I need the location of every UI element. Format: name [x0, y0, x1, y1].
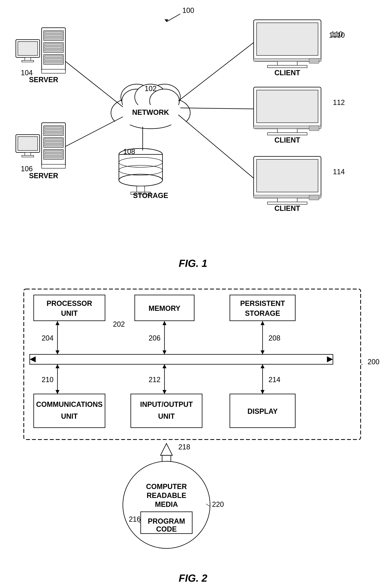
svg-point-51 [119, 174, 162, 186]
svg-rect-28 [45, 58, 62, 60]
svg-rect-58 [277, 61, 297, 65]
persistent-storage-label2: STORAGE [245, 309, 280, 317]
network-cloud: NETWORK 102 [111, 84, 190, 129]
svg-line-75 [65, 117, 123, 147]
svg-marker-87 [55, 350, 59, 354]
fig2-container: 200 PROCESSOR UNIT MEMORY PERSISTENT STO… [0, 277, 386, 588]
client-110 [254, 20, 321, 68]
fig2-diagram: 200 PROCESSOR UNIT MEMORY PERSISTENT STO… [0, 277, 386, 582]
svg-rect-23 [45, 43, 62, 45]
ref-200: 200 [367, 358, 380, 366]
ref-212: 212 [149, 376, 160, 384]
io-unit-label: INPUT/OUTPUT [140, 400, 193, 408]
svg-rect-15 [25, 57, 31, 60]
svg-rect-64 [277, 129, 297, 133]
ref-110-num: 110 [331, 30, 343, 38]
svg-line-0 [166, 14, 180, 22]
svg-marker-101 [162, 364, 166, 368]
svg-rect-47 [45, 156, 62, 158]
ref-218: 218 [178, 443, 190, 451]
svg-rect-21 [45, 38, 62, 39]
client-114-label: CLIENT [274, 204, 300, 212]
fig1-container: 100 NETWORK [0, 0, 386, 277]
svg-marker-90 [162, 350, 166, 354]
crm-label: COMPUTER [146, 483, 187, 491]
svg-rect-27 [45, 55, 62, 57]
svg-marker-99 [55, 390, 59, 394]
svg-marker-98 [55, 364, 59, 368]
svg-rect-45 [45, 150, 62, 152]
client-112 [254, 87, 321, 135]
svg-rect-67 [309, 126, 319, 131]
svg-marker-86 [55, 321, 59, 325]
svg-marker-102 [162, 390, 166, 394]
svg-rect-38 [45, 130, 62, 132]
svg-rect-70 [277, 198, 297, 202]
ref-214: 214 [269, 376, 280, 384]
svg-rect-48 [42, 164, 65, 168]
svg-rect-43 [45, 145, 62, 146]
svg-rect-94 [30, 354, 333, 364]
svg-marker-105 [261, 390, 265, 394]
server-106-label: SERVER [29, 172, 58, 180]
processor-unit-label2: UNIT [61, 309, 78, 317]
server-106 [16, 123, 65, 168]
svg-rect-69 [257, 159, 318, 192]
client-112-label: CLIENT [274, 136, 300, 144]
svg-rect-37 [45, 127, 62, 129]
ref-114-num: 114 [333, 168, 345, 176]
comm-unit-label2: UNIT [61, 412, 78, 420]
svg-line-78 [180, 108, 254, 109]
svg-rect-14 [18, 42, 38, 55]
server-104-label: SERVER [29, 76, 58, 84]
fig2-title: FIG. 2 [179, 572, 207, 584]
svg-rect-106 [34, 394, 105, 428]
svg-line-74 [65, 61, 123, 107]
page: 100 NETWORK [0, 0, 386, 588]
svg-rect-41 [45, 139, 62, 141]
memory-label: MEMORY [149, 304, 181, 313]
svg-rect-42 [45, 142, 62, 144]
svg-rect-73 [309, 195, 319, 200]
svg-marker-104 [261, 364, 265, 368]
svg-rect-25 [45, 49, 62, 51]
client-114 [254, 156, 321, 204]
ref-108: 108 [123, 147, 135, 156]
display-label: DISPLAY [248, 407, 278, 415]
ref-202: 202 [113, 320, 125, 328]
svg-rect-63 [257, 90, 318, 123]
ref-104: 104 [21, 69, 33, 77]
svg-marker-89 [162, 321, 166, 325]
svg-rect-54 [137, 186, 145, 192]
svg-rect-34 [22, 155, 34, 157]
svg-rect-24 [45, 46, 62, 48]
svg-rect-39 [45, 133, 62, 134]
svg-line-77 [178, 42, 254, 101]
svg-rect-59 [268, 65, 307, 68]
crm-label2: READABLE [147, 491, 186, 500]
client-110-label: CLIENT [274, 69, 300, 77]
ref-102: 102 [145, 84, 157, 93]
ref-204: 204 [42, 334, 53, 342]
ref-208: 208 [269, 334, 280, 342]
ref-100: 100 [182, 6, 194, 14]
server-104 [16, 28, 65, 73]
comm-unit-label: COMMUNICATIONS [36, 400, 102, 408]
svg-rect-30 [42, 69, 65, 73]
persistent-storage-label: PERSISTENT [240, 299, 285, 307]
fig1-title: FIG. 1 [179, 257, 207, 269]
svg-line-79 [178, 115, 254, 178]
io-unit-label2: UNIT [158, 412, 175, 420]
svg-rect-33 [25, 152, 31, 155]
ref-216: 216 [129, 515, 141, 523]
ref-220: 220 [212, 500, 224, 508]
processor-unit-label: PROCESSOR [46, 299, 92, 307]
program-code-label: PROGRAM [148, 517, 185, 525]
svg-rect-19 [45, 32, 62, 34]
svg-marker-93 [261, 350, 265, 354]
svg-marker-109 [160, 443, 172, 455]
svg-rect-107 [131, 394, 202, 428]
ref-210: 210 [42, 376, 53, 384]
svg-rect-57 [257, 23, 318, 55]
storage-label: STORAGE [133, 191, 168, 200]
